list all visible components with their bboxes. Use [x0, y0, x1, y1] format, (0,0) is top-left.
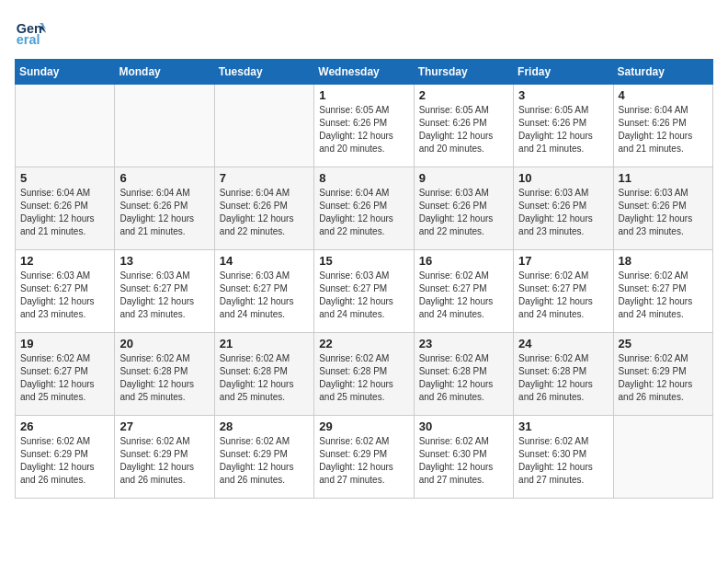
day-info: Sunrise: 6:04 AM Sunset: 6:26 PM Dayligh… — [20, 187, 109, 238]
day-info: Sunrise: 6:04 AM Sunset: 6:26 PM Dayligh… — [319, 187, 408, 238]
calendar-cell: 21Sunrise: 6:02 AM Sunset: 6:28 PM Dayli… — [214, 333, 313, 416]
calendar-cell: 25Sunrise: 6:02 AM Sunset: 6:29 PM Dayli… — [613, 333, 712, 416]
calendar-cell: 20Sunrise: 6:02 AM Sunset: 6:28 PM Dayli… — [115, 333, 214, 416]
day-number: 12 — [20, 254, 109, 268]
calendar-cell: 1Sunrise: 6:05 AM Sunset: 6:26 PM Daylig… — [314, 85, 414, 167]
calendar-cell: 9Sunrise: 6:03 AM Sunset: 6:26 PM Daylig… — [414, 167, 513, 250]
day-number: 20 — [119, 337, 209, 350]
day-info: Sunrise: 6:02 AM Sunset: 6:28 PM Dayligh… — [518, 352, 608, 404]
day-number: 5 — [20, 171, 109, 185]
day-info: Sunrise: 6:02 AM Sunset: 6:27 PM Dayligh… — [518, 270, 608, 321]
calendar-cell: 28Sunrise: 6:02 AM Sunset: 6:29 PM Dayli… — [214, 416, 313, 499]
day-number: 2 — [419, 88, 508, 102]
day-info: Sunrise: 6:02 AM Sunset: 6:29 PM Dayligh… — [619, 352, 708, 404]
day-info: Sunrise: 6:03 AM Sunset: 6:26 PM Dayligh… — [419, 187, 508, 238]
day-info: Sunrise: 6:02 AM Sunset: 6:29 PM Dayligh… — [220, 435, 309, 487]
day-number: 4 — [619, 88, 708, 102]
day-number: 7 — [220, 171, 309, 185]
day-number: 22 — [319, 337, 408, 350]
calendar-cell: 5Sunrise: 6:04 AM Sunset: 6:26 PM Daylig… — [16, 167, 115, 250]
calendar-cell — [214, 85, 313, 167]
day-info: Sunrise: 6:05 AM Sunset: 6:26 PM Dayligh… — [419, 104, 508, 155]
day-number: 3 — [518, 88, 608, 102]
calendar-cell — [16, 85, 115, 167]
calendar-cell: 29Sunrise: 6:02 AM Sunset: 6:29 PM Dayli… — [314, 416, 414, 499]
calendar-cell: 23Sunrise: 6:02 AM Sunset: 6:28 PM Dayli… — [414, 333, 513, 416]
day-number: 30 — [419, 419, 508, 433]
day-info: Sunrise: 6:02 AM Sunset: 6:28 PM Dayligh… — [319, 352, 408, 404]
day-info: Sunrise: 6:04 AM Sunset: 6:26 PM Dayligh… — [619, 104, 708, 155]
weekday-header-thursday: Thursday — [414, 60, 513, 85]
calendar-cell: 3Sunrise: 6:05 AM Sunset: 6:26 PM Daylig… — [514, 85, 613, 167]
day-info: Sunrise: 6:04 AM Sunset: 6:26 PM Dayligh… — [220, 187, 309, 238]
weekday-header-monday: Monday — [115, 60, 214, 85]
calendar-table: SundayMondayTuesdayWednesdayThursdayFrid… — [15, 59, 713, 499]
day-info: Sunrise: 6:02 AM Sunset: 6:29 PM Dayligh… — [319, 435, 408, 487]
calendar-cell: 2Sunrise: 6:05 AM Sunset: 6:26 PM Daylig… — [414, 85, 513, 167]
day-number: 9 — [419, 171, 508, 185]
calendar-cell: 4Sunrise: 6:04 AM Sunset: 6:26 PM Daylig… — [613, 85, 712, 167]
day-number: 18 — [619, 254, 708, 268]
weekday-header-saturday: Saturday — [613, 60, 712, 85]
weekday-header-wednesday: Wednesday — [314, 60, 414, 85]
day-number: 28 — [220, 419, 309, 433]
day-info: Sunrise: 6:02 AM Sunset: 6:29 PM Dayligh… — [119, 435, 209, 487]
calendar-cell: 6Sunrise: 6:04 AM Sunset: 6:26 PM Daylig… — [115, 167, 214, 250]
calendar-cell: 26Sunrise: 6:02 AM Sunset: 6:29 PM Dayli… — [16, 416, 115, 499]
logo: Gen eral — [15, 15, 53, 48]
calendar-cell: 10Sunrise: 6:03 AM Sunset: 6:26 PM Dayli… — [514, 167, 613, 250]
day-number: 21 — [220, 337, 309, 350]
calendar-cell: 7Sunrise: 6:04 AM Sunset: 6:26 PM Daylig… — [214, 167, 313, 250]
day-number: 19 — [20, 337, 109, 350]
calendar-cell: 12Sunrise: 6:03 AM Sunset: 6:27 PM Dayli… — [16, 250, 115, 333]
day-info: Sunrise: 6:03 AM Sunset: 6:27 PM Dayligh… — [20, 270, 109, 321]
calendar-cell: 17Sunrise: 6:02 AM Sunset: 6:27 PM Dayli… — [514, 250, 613, 333]
calendar-week-3: 12Sunrise: 6:03 AM Sunset: 6:27 PM Dayli… — [16, 250, 713, 333]
day-number: 16 — [419, 254, 508, 268]
day-number: 13 — [119, 254, 209, 268]
day-info: Sunrise: 6:02 AM Sunset: 6:27 PM Dayligh… — [419, 270, 508, 321]
calendar-cell: 31Sunrise: 6:02 AM Sunset: 6:30 PM Dayli… — [514, 416, 613, 499]
day-number: 6 — [119, 171, 209, 185]
calendar-cell: 11Sunrise: 6:03 AM Sunset: 6:26 PM Dayli… — [613, 167, 712, 250]
day-info: Sunrise: 6:02 AM Sunset: 6:30 PM Dayligh… — [419, 435, 508, 487]
calendar-cell: 19Sunrise: 6:02 AM Sunset: 6:27 PM Dayli… — [16, 333, 115, 416]
day-number: 15 — [319, 254, 408, 268]
day-number: 24 — [518, 337, 608, 350]
day-info: Sunrise: 6:03 AM Sunset: 6:27 PM Dayligh… — [220, 270, 309, 321]
calendar-cell: 14Sunrise: 6:03 AM Sunset: 6:27 PM Dayli… — [214, 250, 313, 333]
calendar-cell — [115, 85, 214, 167]
weekday-header-sunday: Sunday — [16, 60, 115, 85]
day-info: Sunrise: 6:03 AM Sunset: 6:27 PM Dayligh… — [319, 270, 408, 321]
calendar-week-5: 26Sunrise: 6:02 AM Sunset: 6:29 PM Dayli… — [16, 416, 713, 499]
calendar-cell: 13Sunrise: 6:03 AM Sunset: 6:27 PM Dayli… — [115, 250, 214, 333]
day-number: 29 — [319, 419, 408, 433]
weekday-row: SundayMondayTuesdayWednesdayThursdayFrid… — [16, 60, 713, 85]
weekday-header-tuesday: Tuesday — [214, 60, 313, 85]
day-info: Sunrise: 6:05 AM Sunset: 6:26 PM Dayligh… — [319, 104, 408, 155]
day-info: Sunrise: 6:03 AM Sunset: 6:26 PM Dayligh… — [518, 187, 608, 238]
logo-icon: Gen eral — [15, 15, 48, 48]
day-number: 25 — [619, 337, 708, 350]
day-info: Sunrise: 6:03 AM Sunset: 6:26 PM Dayligh… — [619, 187, 708, 238]
weekday-header-friday: Friday — [514, 60, 613, 85]
day-info: Sunrise: 6:03 AM Sunset: 6:27 PM Dayligh… — [119, 270, 209, 321]
calendar-cell: 24Sunrise: 6:02 AM Sunset: 6:28 PM Dayli… — [514, 333, 613, 416]
day-number: 14 — [220, 254, 309, 268]
calendar-cell: 8Sunrise: 6:04 AM Sunset: 6:26 PM Daylig… — [314, 167, 414, 250]
calendar-cell: 27Sunrise: 6:02 AM Sunset: 6:29 PM Dayli… — [115, 416, 214, 499]
day-info: Sunrise: 6:02 AM Sunset: 6:30 PM Dayligh… — [518, 435, 608, 487]
calendar-cell: 16Sunrise: 6:02 AM Sunset: 6:27 PM Dayli… — [414, 250, 513, 333]
svg-text:eral: eral — [17, 32, 40, 47]
day-info: Sunrise: 6:05 AM Sunset: 6:26 PM Dayligh… — [518, 104, 608, 155]
calendar-week-1: 1Sunrise: 6:05 AM Sunset: 6:26 PM Daylig… — [16, 85, 713, 167]
calendar-week-4: 19Sunrise: 6:02 AM Sunset: 6:27 PM Dayli… — [16, 333, 713, 416]
day-info: Sunrise: 6:02 AM Sunset: 6:28 PM Dayligh… — [419, 352, 508, 404]
calendar-body: 1Sunrise: 6:05 AM Sunset: 6:26 PM Daylig… — [16, 85, 713, 499]
day-number: 8 — [319, 171, 408, 185]
day-info: Sunrise: 6:02 AM Sunset: 6:29 PM Dayligh… — [20, 435, 109, 487]
calendar-cell: 18Sunrise: 6:02 AM Sunset: 6:27 PM Dayli… — [613, 250, 712, 333]
day-info: Sunrise: 6:02 AM Sunset: 6:28 PM Dayligh… — [119, 352, 209, 404]
day-number: 1 — [319, 88, 408, 102]
calendar-cell: 15Sunrise: 6:03 AM Sunset: 6:27 PM Dayli… — [314, 250, 414, 333]
